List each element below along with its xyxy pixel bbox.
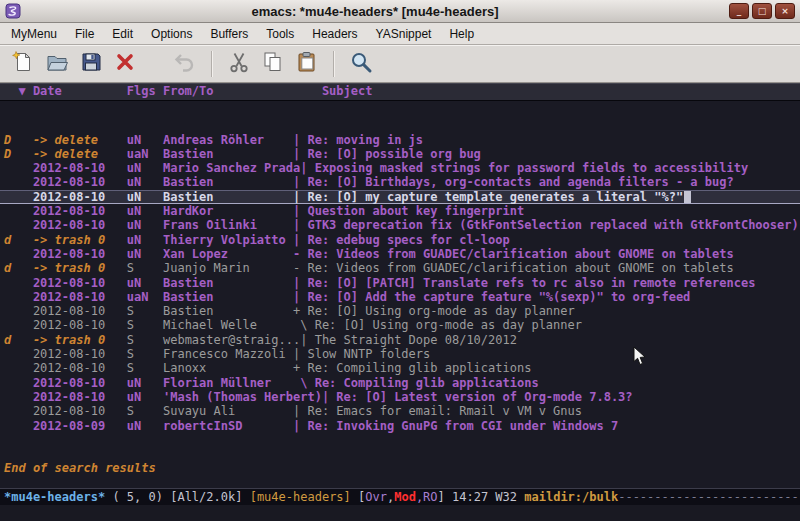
- titlebar[interactable]: emacs: *mu4e-headers* [mu4e-headers] _□×: [0, 0, 800, 23]
- menu-item-options[interactable]: Options: [142, 24, 201, 44]
- message-row[interactable]: 2012-08-09 uN robertcInSD | Re: Invoking…: [0, 419, 800, 433]
- window-controls: _□×: [729, 3, 795, 19]
- close-button[interactable]: ×: [775, 3, 795, 19]
- maximize-button[interactable]: □: [752, 3, 772, 19]
- open-file-icon: [45, 50, 69, 78]
- row-content: S Juanjo Marin - Re: Videos from GUADEC/…: [127, 261, 734, 275]
- message-row[interactable]: 2012-08-10 S Francesco Mazzoli | Slow NN…: [0, 347, 800, 361]
- undo-button[interactable]: [168, 48, 202, 80]
- row-mark-date: 2012-08-10: [4, 190, 127, 204]
- message-row[interactable]: 2012-08-10 uN Florian Müllner \ Re: Comp…: [0, 376, 800, 390]
- save-buffer-button[interactable]: [74, 48, 108, 80]
- text-cursor: [684, 191, 691, 203]
- message-row[interactable]: d -> trash 0 S webmaster@straig...| The …: [0, 333, 800, 347]
- modeline-segment-buffer-name: *mu4e-headers*: [4, 490, 105, 504]
- row-content: uN Florian Müllner \ Re: Compiling glib …: [127, 376, 539, 390]
- message-row[interactable]: 2012-08-10 S Suvayu Ali | Re: Emacs for …: [0, 404, 800, 418]
- modeline-segment-minor: RO: [423, 490, 437, 504]
- message-row[interactable]: 2012-08-10 S Michael Welle \ Re: [O] Usi…: [0, 318, 800, 332]
- modeline-segment-mode: [mu4e-headers]: [250, 490, 351, 504]
- copy-button[interactable]: [256, 48, 290, 80]
- search-button[interactable]: [344, 48, 378, 80]
- row-content: uaN Bastien | Re: [O] Add the capture fe…: [127, 290, 691, 304]
- window-title: emacs: *mu4e-headers* [mu4e-headers]: [25, 4, 725, 19]
- row-mark-date: d -> trash 0: [4, 233, 127, 247]
- row-mark-date: 2012-08-10: [4, 404, 127, 418]
- message-row[interactable]: 2012-08-10 S Lanoxx + Re: Compiling glib…: [0, 361, 800, 375]
- message-row[interactable]: 2012-08-10 S Bastien + Re: [O] Using org…: [0, 304, 800, 318]
- modeline-segment-plain: 14:27 W32: [452, 490, 524, 504]
- menu-item-edit[interactable]: Edit: [103, 24, 142, 44]
- toolbar-separator: [333, 51, 335, 77]
- message-row[interactable]: D -> delete uN Andreas Röhler | Re: movi…: [0, 133, 800, 147]
- paste-icon: [295, 50, 319, 78]
- row-content: S webmaster@straig...| The Straight Dope…: [127, 333, 517, 347]
- row-content: uN Bastien | Re: [O] Birthdays, org-cont…: [127, 175, 734, 189]
- row-mark-date: D -> delete: [4, 133, 127, 147]
- paste-button[interactable]: [290, 48, 324, 80]
- message-row[interactable]: d -> trash 0 uN Thierry Volpiatto | Re: …: [0, 233, 800, 247]
- close-buffer-button[interactable]: [108, 48, 142, 80]
- message-row[interactable]: 2012-08-10 uN HardKor | Question about k…: [0, 204, 800, 218]
- row-mark-date: 2012-08-10: [4, 347, 127, 361]
- close-icon: ×: [781, 7, 789, 16]
- save-buffer-icon: [79, 50, 103, 78]
- row-content: uN Xan Lopez - Re: Videos from GUADEC/cl…: [127, 247, 734, 261]
- row-mark-date: 2012-08-10: [4, 161, 127, 175]
- message-row[interactable]: 2012-08-10 uN Xan Lopez - Re: Videos fro…: [0, 247, 800, 261]
- row-content: uN Mario Sanchez Prada| Exposing masked …: [127, 161, 748, 175]
- open-file-button[interactable]: [40, 48, 74, 80]
- message-row[interactable]: d -> trash 0 S Juanjo Marin - Re: Videos…: [0, 261, 800, 275]
- message-row[interactable]: 2012-08-10 uN Bastien | Re: [O] Birthday…: [0, 175, 800, 189]
- message-row[interactable]: 2012-08-10 uN Bastien | Re: [O] my captu…: [0, 190, 800, 204]
- row-content: uaN Bastien | Re: [O] possible org bug: [127, 147, 481, 161]
- row-content: uN Bastien | Re: [O] my capture template…: [127, 190, 683, 204]
- message-rows: D -> delete uN Andreas Röhler | Re: movi…: [0, 133, 800, 433]
- close-buffer-icon: [113, 50, 137, 78]
- menu-item-file[interactable]: File: [66, 24, 103, 44]
- row-mark-date: d -> trash 0: [4, 333, 127, 347]
- row-content: uN Frans Oilinki | GTK3 deprecation fix …: [127, 218, 799, 232]
- cut-button[interactable]: [222, 48, 256, 80]
- maximize-icon: □: [758, 7, 767, 16]
- message-row[interactable]: D -> delete uaN Bastien | Re: [O] possib…: [0, 147, 800, 161]
- message-row[interactable]: 2012-08-10 uN 'Mash (Thomas Herbert)| Re…: [0, 390, 800, 404]
- undo-icon: [173, 50, 197, 78]
- modeline-segment-plain: [: [351, 490, 365, 504]
- menu-item-yasnippet[interactable]: YASnippet: [367, 24, 441, 44]
- emacs-window: emacs: *mu4e-headers* [mu4e-headers] _□×…: [0, 0, 800, 521]
- message-row[interactable]: 2012-08-10 uaN Bastien | Re: [O] Add the…: [0, 290, 800, 304]
- row-content: uN Thierry Volpiatto | Re: edebug specs …: [127, 233, 510, 247]
- menu-item-mymenu[interactable]: MyMenu: [2, 24, 66, 44]
- headers-buffer[interactable]: D -> delete uN Andreas Röhler | Re: movi…: [0, 101, 800, 488]
- header-line: ▼ Date Flgs From/To Subject: [0, 83, 800, 101]
- message-row[interactable]: 2012-08-10 uN Bastien | Re: [O] [PATCH] …: [0, 276, 800, 290]
- message-row[interactable]: 2012-08-10 uN Frans Oilinki | GTK3 depre…: [0, 218, 800, 232]
- row-mark-date: 2012-08-10: [4, 175, 127, 189]
- new-file-button[interactable]: [6, 48, 40, 80]
- toolbar-separator: [211, 51, 213, 77]
- menubar: MyMenuFileEditOptionsBuffersToolsHeaders…: [0, 23, 800, 45]
- menu-item-tools[interactable]: Tools: [257, 24, 303, 44]
- row-mark-date: 2012-08-10: [4, 304, 127, 318]
- copy-icon: [261, 50, 285, 78]
- row-mark-date: 2012-08-10: [4, 290, 127, 304]
- row-mark-date: D -> delete: [4, 147, 127, 161]
- modeline-segment-minor: Ovr: [365, 490, 387, 504]
- minimize-icon: _: [737, 7, 742, 16]
- row-content: S Michael Welle \ Re: [O] Using org-mode…: [127, 318, 582, 332]
- row-mark-date: 2012-08-10: [4, 318, 127, 332]
- app-icon: [5, 3, 21, 19]
- echo-area[interactable]: [0, 505, 800, 521]
- menu-item-headers[interactable]: Headers: [303, 24, 366, 44]
- modeline-segment-folder: maildir:/bulk: [524, 490, 618, 504]
- message-row[interactable]: 2012-08-10 uN Mario Sanchez Prada| Expos…: [0, 161, 800, 175]
- menu-item-help[interactable]: Help: [440, 24, 483, 44]
- row-content: uN Bastien | Re: [O] [PATCH] Translate r…: [127, 276, 756, 290]
- minimize-button[interactable]: _: [729, 3, 749, 19]
- cut-icon: [227, 50, 251, 78]
- row-mark-date: 2012-08-10: [4, 361, 127, 375]
- row-content: S Lanoxx + Re: Compiling glib applicatio…: [127, 361, 532, 375]
- menu-item-buffers[interactable]: Buffers: [201, 24, 257, 44]
- row-mark-date: 2012-08-10: [4, 376, 127, 390]
